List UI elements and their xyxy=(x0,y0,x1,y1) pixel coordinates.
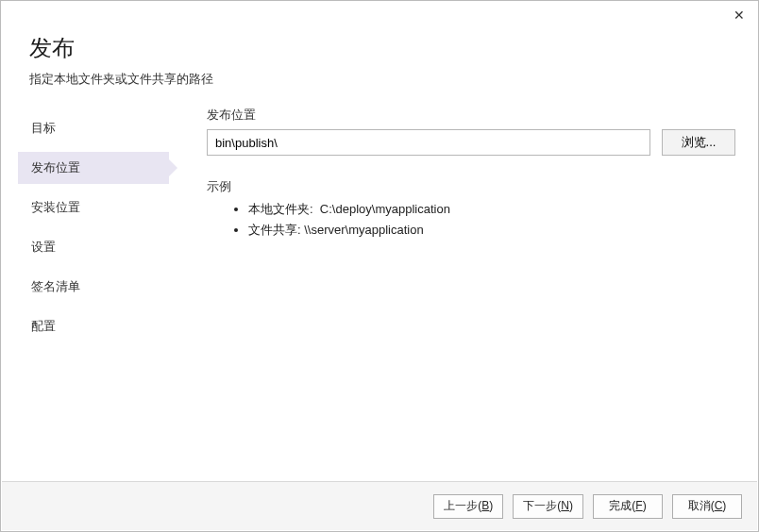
browse-button[interactable]: 浏览... xyxy=(662,129,735,156)
example-value: C:\deploy\myapplication xyxy=(320,202,450,216)
wizard-sidebar: 目标 发布位置 安装位置 设置 签名清单 配置 xyxy=(18,107,169,350)
example-local-folder: 本地文件夹: C:\deploy\myapplication xyxy=(248,201,735,218)
example-name: 文件共享: xyxy=(248,223,301,237)
sidebar-item-publish-location[interactable]: 发布位置 xyxy=(18,152,169,184)
close-button[interactable]: ✕ xyxy=(730,5,749,25)
publish-location-input[interactable] xyxy=(207,129,650,156)
dialog-footer: 上一步(B) 下一步(N) 完成(F) 取消(C) xyxy=(2,481,757,530)
sidebar-item-settings[interactable]: 设置 xyxy=(18,231,169,263)
sidebar-item-label: 发布位置 xyxy=(31,160,80,175)
main-panel: 发布位置 浏览... 示例 本地文件夹: C:\deploy\myapplica… xyxy=(169,107,741,350)
sidebar-item-label: 目标 xyxy=(31,121,56,135)
example-file-share: 文件共享: \\server\myapplication xyxy=(248,222,735,239)
sidebar-item-configuration[interactable]: 配置 xyxy=(18,310,169,342)
sidebar-item-sign-manifest[interactable]: 签名清单 xyxy=(18,271,169,303)
sidebar-item-install-location[interactable]: 安装位置 xyxy=(18,191,169,224)
dialog-header: 发布 指定本地文件夹或文件共享的路径 xyxy=(1,1,758,97)
examples-list: 本地文件夹: C:\deploy\myapplication 文件共享: \\s… xyxy=(207,201,735,239)
examples-label: 示例 xyxy=(207,178,735,195)
sidebar-item-label: 配置 xyxy=(31,319,56,333)
sidebar-item-label: 设置 xyxy=(31,240,56,254)
next-button[interactable]: 下一步(N) xyxy=(513,494,583,519)
example-value: \\server\myapplication xyxy=(304,223,423,237)
dialog-subtitle: 指定本地文件夹或文件共享的路径 xyxy=(29,71,730,88)
sidebar-item-label: 安装位置 xyxy=(31,200,80,214)
dialog-title: 发布 xyxy=(29,33,730,63)
publish-location-label: 发布位置 xyxy=(207,107,735,124)
back-button[interactable]: 上一步(B) xyxy=(433,494,503,519)
finish-button[interactable]: 完成(F) xyxy=(593,494,663,519)
example-name: 本地文件夹: xyxy=(248,202,313,216)
cancel-button[interactable]: 取消(C) xyxy=(672,494,742,519)
sidebar-item-label: 签名清单 xyxy=(31,279,80,293)
sidebar-item-target[interactable]: 目标 xyxy=(18,112,169,144)
